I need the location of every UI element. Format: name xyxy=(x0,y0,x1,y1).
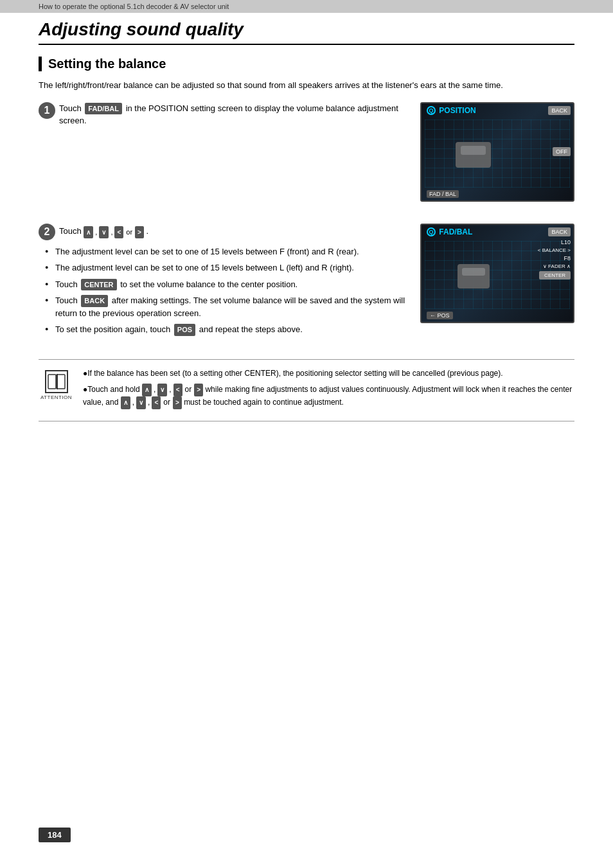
car-area2 xyxy=(428,244,519,309)
page-title: Adjusting sound quality xyxy=(39,19,574,45)
step1-container: 1 Touch FAD/BAL in the POSITION setting … xyxy=(39,102,574,211)
svg-rect-0 xyxy=(48,375,56,389)
section-title: Setting the balance xyxy=(39,57,574,71)
arrow-right: > xyxy=(135,226,144,238)
fadbal-screen: Q FAD/BAL BACK L10 < xyxy=(420,224,574,323)
step2-text-after: . xyxy=(147,226,149,236)
step1-fadbal-button: FAD/BAL xyxy=(85,103,122,115)
or-text: or xyxy=(126,227,132,238)
attention-arrows: ∧ , ∨ , < or > xyxy=(142,384,203,396)
car-shape2 xyxy=(458,264,490,288)
step2-header: 2 Touch ∧ , ∨ , < or > . xyxy=(39,224,411,240)
screen1-off-btn[interactable]: OFF xyxy=(553,147,571,156)
screen1-fadbal-label: FAD / BAL xyxy=(427,190,459,198)
att-arrow-right2: > xyxy=(173,396,182,409)
bullet-2: The adjustment level can be set to one o… xyxy=(45,261,411,274)
att-comma1: , xyxy=(154,384,155,396)
step2-screen-container: Q FAD/BAL BACK L10 < xyxy=(420,224,574,332)
car-shape xyxy=(456,142,491,168)
att-or2: or xyxy=(163,396,170,409)
step2-container: 2 Touch ∧ , ∨ , < or > . xyxy=(39,224,574,340)
step2-number: 2 xyxy=(39,224,55,240)
att-arrow-up: ∧ xyxy=(142,384,152,396)
att-arrow-right: > xyxy=(194,384,203,396)
arrow-up: ∧ xyxy=(84,226,93,238)
position-title-text: POSITION xyxy=(439,106,475,115)
fadbal-controls: L10 < BALANCE > F8 ∨ FADER ∧ CENTER xyxy=(538,239,571,279)
attention-text: ●If the balance has been set (to a setti… xyxy=(83,368,574,413)
step1-text-before: Touch xyxy=(59,103,82,113)
center-button: CENTER xyxy=(81,279,116,291)
step1-text: Touch FAD/BAL in the POSITION setting sc… xyxy=(59,102,407,127)
att-arrow-left2: < xyxy=(152,396,161,409)
book-svg xyxy=(48,373,66,390)
top-bar: How to operate the optional 5.1ch decode… xyxy=(0,0,613,13)
attention-text2-after: must be touched again to continue adjust… xyxy=(184,398,344,407)
att-arrow-left: < xyxy=(173,384,182,396)
att-comma4: , xyxy=(148,396,150,409)
attention-arrows2: ∧ , ∨ , < or > xyxy=(121,396,182,409)
step2-left: 2 Touch ∧ , ∨ , < or > . xyxy=(39,224,411,340)
step1-left: 1 Touch FAD/BAL in the POSITION setting … xyxy=(39,102,407,134)
bullet-back: Touch BACK after making settings. The se… xyxy=(45,294,411,319)
attention-bullet1: ●If the balance has been set (to a setti… xyxy=(83,368,574,380)
att-arrow-down2: ∨ xyxy=(136,396,146,409)
bullet-1: The adjustment level can be set to one o… xyxy=(45,245,411,258)
step2-touch-text: Touch ∧ , ∨ , < or > . xyxy=(59,225,411,238)
main-content: Adjusting sound quality Setting the bala… xyxy=(0,13,613,447)
fadbal-screen-title: Q FAD/BAL xyxy=(427,227,472,237)
top-bar-text: How to operate the optional 5.1ch decode… xyxy=(39,3,229,10)
attention-box: ATTENTION ●If the balance has been set (… xyxy=(39,359,574,421)
bullet-center: Touch CENTER to set the volume balance t… xyxy=(45,278,411,291)
pos-button: POS xyxy=(174,324,195,336)
back-button: BACK xyxy=(81,295,108,307)
comma1: , xyxy=(95,227,97,238)
fader-row: ∨ FADER ∧ xyxy=(543,263,571,269)
att-comma2: , xyxy=(169,384,171,396)
att-arrow-down: ∨ xyxy=(157,384,167,396)
att-comma3: , xyxy=(132,396,134,409)
attention-label: ATTENTION xyxy=(40,394,72,400)
screen2-pos-label: ← POS xyxy=(427,312,453,319)
screen-center-btn[interactable]: CENTER xyxy=(539,271,571,279)
svg-rect-1 xyxy=(57,375,65,389)
screen1-back-btn[interactable]: BACK xyxy=(548,106,571,115)
att-or: or xyxy=(185,384,192,396)
arrow-down: ∨ xyxy=(99,226,109,238)
bullet-pos: To set the position again, touch POS and… xyxy=(45,323,411,336)
comma2: , xyxy=(111,227,112,238)
att-arrow-up2: ∧ xyxy=(121,396,130,409)
attention-text1: If the balance has been set (to a settin… xyxy=(87,369,502,378)
balance-row: < BALANCE > xyxy=(538,247,571,253)
page-wrapper: How to operate the optional 5.1ch decode… xyxy=(0,0,613,868)
q-icon2: Q xyxy=(427,227,436,236)
arrow-left: < xyxy=(114,226,123,238)
intro-text: The left/right/front/rear balance can be… xyxy=(39,79,574,92)
step2-bullets: The adjustment level can be set to one o… xyxy=(45,245,411,336)
attention-text2-before: Touch and hold xyxy=(87,385,139,394)
fadbal-l10: L10 xyxy=(561,239,571,245)
car-roof xyxy=(461,146,486,155)
fader-label: ∨ FADER ∧ xyxy=(543,263,571,269)
attention-icon-area: ATTENTION xyxy=(39,368,74,413)
balance-label: < BALANCE > xyxy=(538,247,571,253)
screen2-back-btn[interactable]: BACK xyxy=(548,227,571,236)
fadbal-f8: F8 xyxy=(564,255,571,261)
step2-text-before: Touch xyxy=(59,226,82,236)
step1-number: 1 xyxy=(39,102,55,119)
car-roof2 xyxy=(462,268,485,276)
step2-arrows: ∧ , ∨ , < or > xyxy=(84,226,144,238)
car-area xyxy=(431,123,515,188)
position-screen: Q POSITION BACK OFF FAD / BAL xyxy=(420,102,574,202)
page-number: 184 xyxy=(39,828,71,842)
step1-header: 1 Touch FAD/BAL in the POSITION setting … xyxy=(39,102,407,127)
step1-screen-container: Q POSITION BACK OFF FAD / BAL xyxy=(420,102,574,211)
q-icon: Q xyxy=(427,106,436,115)
fadbal-title-text: FAD/BAL xyxy=(439,227,472,236)
attention-bullet2: ●Touch and hold ∧ , ∨ , < or > while mak… xyxy=(83,384,574,409)
position-screen-title: Q POSITION xyxy=(427,106,476,116)
book-icon xyxy=(45,370,68,393)
